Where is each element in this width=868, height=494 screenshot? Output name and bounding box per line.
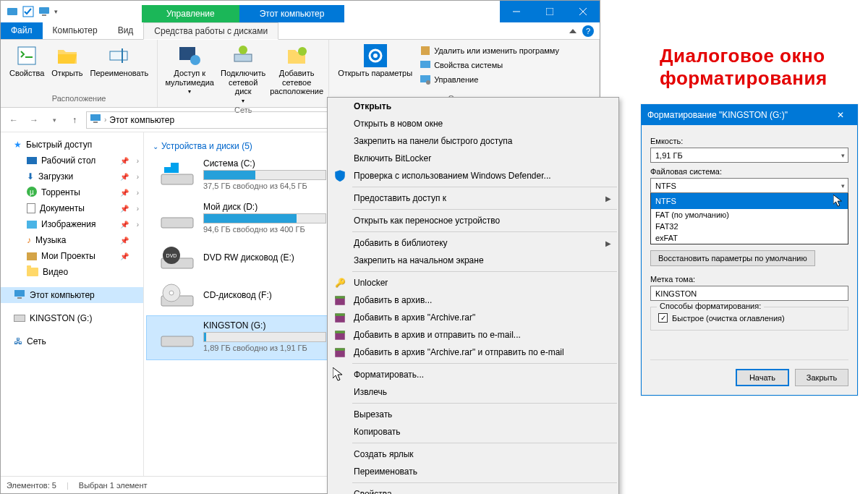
titlebar: ▾ Управление Этот компьютер bbox=[1, 1, 600, 22]
winrar-icon bbox=[333, 346, 346, 359]
nav-back-button[interactable]: ← bbox=[5, 111, 22, 129]
ctx-unlocker[interactable]: 🔑Unlocker bbox=[328, 274, 618, 291]
ribbon-system-properties[interactable]: Свойства системы bbox=[417, 59, 562, 72]
volume-label-input[interactable]: KINGSTON bbox=[650, 286, 848, 301]
filesystem-label: Файловая система: bbox=[650, 167, 848, 176]
filesystem-select[interactable]: NTFS▾ bbox=[650, 178, 848, 193]
quick-format-checkbox[interactable]: ✓ Быстрое (очистка оглавления) bbox=[658, 313, 841, 323]
qat-dropdown-icon[interactable]: ▾ bbox=[54, 8, 58, 15]
svg-rect-28 bbox=[17, 297, 22, 299]
nav-music[interactable]: ♪Музыка📌 bbox=[1, 232, 143, 248]
ribbon-add-network-location[interactable]: Добавить сетевое расположение bbox=[271, 43, 323, 98]
close-button[interactable]: Закрыть bbox=[795, 369, 848, 386]
ctx-windows-defender[interactable]: Проверка с использованием Windows Defend… bbox=[328, 167, 618, 184]
pc-icon bbox=[90, 113, 101, 127]
nav-quick-access[interactable]: ★Быстрый доступ bbox=[1, 137, 143, 153]
ctx-bitlocker[interactable]: Включить BitLocker bbox=[328, 150, 618, 167]
svg-point-15 bbox=[298, 47, 307, 56]
format-dialog: Форматирование "KINGSTON (G:)" ✕ Емкость… bbox=[641, 104, 858, 396]
start-button[interactable]: Начать bbox=[736, 369, 789, 386]
svg-rect-24 bbox=[93, 122, 98, 123]
svg-rect-19 bbox=[421, 46, 430, 55]
checkbox-icon[interactable] bbox=[22, 6, 34, 17]
svg-rect-13 bbox=[234, 54, 252, 61]
dialog-close-button[interactable]: ✕ bbox=[830, 110, 851, 120]
ribbon-media-access[interactable]: Доступ к мультимедиа ▾ bbox=[163, 43, 216, 96]
ribbon-properties[interactable]: Свойства bbox=[7, 43, 47, 80]
nav-this-pc[interactable]: Этот компьютер bbox=[1, 287, 143, 303]
ribbon-manage[interactable]: Управление bbox=[417, 73, 562, 86]
ctx-pin-start[interactable]: Закрепить на начальном экране bbox=[328, 252, 618, 269]
nav-desktop[interactable]: Рабочий стол📌› bbox=[1, 153, 143, 169]
ctx-open-portable[interactable]: Открыть как переносное устройство bbox=[328, 212, 618, 229]
fs-option-ntfs[interactable]: NTFS bbox=[651, 193, 848, 209]
svg-rect-45 bbox=[335, 331, 345, 333]
annotation-heading: Диалоговое окно форматирования bbox=[660, 45, 827, 90]
ctx-add-to-archive[interactable]: Добавить в архив... bbox=[328, 291, 618, 309]
breadcrumb[interactable]: Этот компьютер bbox=[109, 115, 174, 125]
fs-option-fat32[interactable]: FAT32 bbox=[651, 221, 848, 232]
ctx-cut[interactable]: Вырезать bbox=[328, 406, 618, 423]
properties-icon bbox=[15, 44, 38, 67]
svg-rect-0 bbox=[7, 8, 17, 15]
maximize-button[interactable] bbox=[533, 1, 566, 22]
fs-option-exfat[interactable]: exFAT bbox=[651, 232, 848, 244]
utorrent-icon: µ bbox=[27, 187, 37, 199]
ribbon-open[interactable]: Открыть bbox=[48, 43, 85, 80]
nav-video[interactable]: Видео bbox=[1, 264, 143, 280]
ribbon-open-settings[interactable]: Открыть параметры bbox=[335, 43, 415, 80]
nav-torrents[interactable]: µТорренты📌› bbox=[1, 184, 143, 200]
ctx-archive-named-email[interactable]: Добавить в архив "Archive.rar" и отправи… bbox=[328, 344, 618, 361]
system-menu-icon[interactable] bbox=[7, 6, 18, 17]
close-button[interactable] bbox=[566, 1, 600, 22]
navigation-pane: ★Быстрый доступ Рабочий стол📌› ⬇Загрузки… bbox=[1, 132, 144, 476]
nav-projects[interactable]: Мои Проекты📌 bbox=[1, 248, 143, 264]
minimize-button[interactable] bbox=[500, 1, 533, 22]
pc-icon[interactable] bbox=[38, 6, 50, 17]
folder-open-icon bbox=[56, 44, 79, 67]
winrar-icon bbox=[333, 311, 346, 324]
nav-kingston[interactable]: KINGSTON (G:) bbox=[1, 310, 143, 326]
svg-point-12 bbox=[190, 55, 200, 65]
ribbon-uninstall-programs[interactable]: Удалить или изменить программу bbox=[417, 44, 562, 57]
restore-defaults-button[interactable]: Восстановить параметры по умолчанию bbox=[650, 250, 815, 266]
dialog-titlebar[interactable]: Форматирование "KINGSTON (G:)" ✕ bbox=[642, 105, 857, 125]
ctx-eject[interactable]: Извлечь bbox=[328, 383, 618, 401]
winrar-icon bbox=[333, 328, 346, 341]
drive-icon bbox=[14, 315, 25, 322]
ctx-pin-quick-access[interactable]: Закрепить на панели быстрого доступа bbox=[328, 132, 618, 150]
fs-option-fat[interactable]: FAT (по умолчанию) bbox=[651, 209, 848, 221]
projects-icon bbox=[27, 252, 37, 260]
ctx-archive-email[interactable]: Добавить в архив и отправить по e-mail..… bbox=[328, 326, 618, 344]
ctx-add-library[interactable]: Добавить в библиотеку▶ bbox=[328, 234, 618, 252]
ctx-share[interactable]: Предоставить доступ к▶ bbox=[328, 189, 618, 207]
nav-pictures[interactable]: Изображения📌› bbox=[1, 216, 143, 232]
ribbon-collapse-icon[interactable] bbox=[569, 29, 576, 33]
ctx-open[interactable]: Открыть bbox=[328, 98, 618, 115]
ctx-add-to-archive-named[interactable]: Добавить в архив "Archive.rar" bbox=[328, 309, 618, 326]
nav-up-button[interactable]: ↑ bbox=[66, 111, 83, 129]
tab-computer[interactable]: Компьютер bbox=[43, 22, 108, 39]
ctx-format[interactable]: Форматировать... bbox=[328, 366, 618, 383]
ribbon-rename[interactable]: Переименовать bbox=[88, 43, 152, 80]
capacity-select[interactable]: 1,91 ГБ▾ bbox=[650, 148, 848, 163]
ctx-copy[interactable]: Копировать bbox=[328, 423, 618, 440]
ctx-properties[interactable]: Свойства bbox=[328, 485, 618, 494]
help-icon[interactable]: ? bbox=[582, 25, 594, 37]
ctx-create-shortcut[interactable]: Создать ярлык bbox=[328, 446, 618, 463]
nav-recent-button[interactable]: ▾ bbox=[46, 111, 63, 129]
tab-file[interactable]: Файл bbox=[1, 22, 43, 39]
ctx-open-new-window[interactable]: Открыть в новом окне bbox=[328, 115, 618, 132]
ctx-rename[interactable]: Переименовать bbox=[328, 463, 618, 480]
svg-rect-8 bbox=[18, 47, 35, 64]
nav-downloads[interactable]: ⬇Загрузки📌› bbox=[1, 169, 143, 184]
nav-forward-button[interactable]: → bbox=[25, 111, 43, 129]
tab-drive-tools[interactable]: Средства работы с дисками bbox=[143, 22, 278, 40]
submenu-arrow-icon: ▶ bbox=[605, 239, 611, 247]
nav-network[interactable]: 🖧Сеть bbox=[1, 333, 143, 349]
tab-view[interactable]: Вид bbox=[108, 22, 144, 39]
ribbon-map-drive[interactable]: Подключить сетевой диск ▾ bbox=[217, 43, 269, 106]
ribbon-context-tab[interactable]: Управление bbox=[142, 5, 239, 22]
format-options-legend: Способы форматирования: bbox=[657, 302, 764, 310]
nav-documents[interactable]: Документы📌› bbox=[1, 200, 143, 216]
